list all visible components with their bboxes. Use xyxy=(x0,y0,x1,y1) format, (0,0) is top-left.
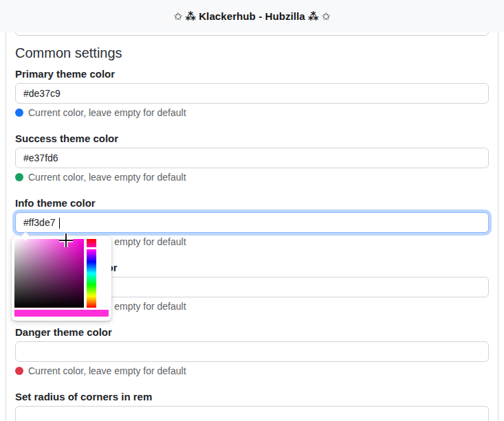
selected-color-preview-bar xyxy=(14,310,109,317)
field-group-radius: Set radius of corners in rem xyxy=(15,391,489,421)
danger-theme-color-input[interactable] xyxy=(15,341,489,362)
success-color-dot-icon xyxy=(15,173,23,181)
corner-radius-label: Set radius of corners in rem xyxy=(15,391,489,402)
primary-help-text: Current color, leave empty for default xyxy=(28,108,186,117)
section-heading: Common settings xyxy=(15,45,489,61)
success-theme-color-label: Success theme color xyxy=(15,133,489,144)
settings-content: Common settings Primary theme color Curr… xyxy=(15,32,489,421)
danger-help-text: Current color, leave empty for default xyxy=(28,366,186,376)
info-theme-color-input[interactable] xyxy=(15,212,489,233)
primary-theme-color-input[interactable] xyxy=(15,83,489,104)
field-group-primary: Primary theme color Current color, leave… xyxy=(15,68,489,117)
field-group-success: Success theme color Current color, leave… xyxy=(15,133,489,182)
corner-radius-input[interactable] xyxy=(15,406,489,421)
color-picker-popup xyxy=(12,236,111,321)
danger-help-row: Current color, leave empty for default xyxy=(15,366,489,376)
settings-panel: Common settings Primary theme color Curr… xyxy=(6,0,498,421)
info-theme-color-label: Info theme color xyxy=(15,197,489,209)
app-header: ✩ ⁂ Klackerhub - Hubzilla ⁂ ✩ xyxy=(0,0,504,32)
saturation-value-square[interactable] xyxy=(14,239,84,308)
success-help-row: Current color, leave empty for default xyxy=(15,172,489,182)
success-help-text: Current color, leave empty for default xyxy=(28,172,186,182)
success-theme-color-input[interactable] xyxy=(15,148,489,168)
text-caret xyxy=(59,218,60,229)
danger-theme-color-label: Danger theme color xyxy=(15,326,489,338)
hue-slider[interactable] xyxy=(87,239,96,308)
primary-help-row: Current color, leave empty for default xyxy=(15,108,489,117)
hue-slider-marker[interactable] xyxy=(87,247,96,249)
danger-color-dot-icon xyxy=(15,367,23,375)
primary-color-dot-icon xyxy=(15,109,23,117)
primary-theme-color-label: Primary theme color xyxy=(15,68,489,80)
field-group-danger: Danger theme color Current color, leave … xyxy=(15,326,489,376)
picker-row xyxy=(14,239,109,308)
page-title: ✩ ⁂ Klackerhub - Hubzilla ⁂ ✩ xyxy=(174,10,331,23)
